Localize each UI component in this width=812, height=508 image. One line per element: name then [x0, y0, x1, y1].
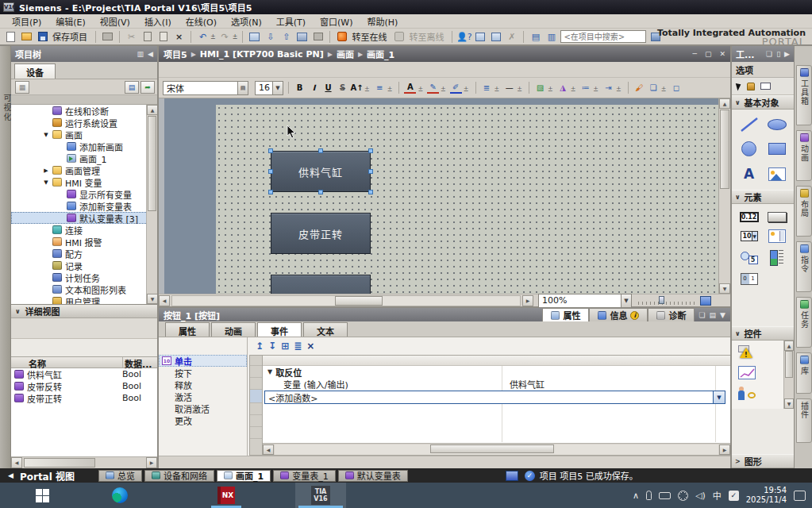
save-project-icon[interactable] [36, 30, 49, 43]
expand-icon[interactable]: ▼ [43, 132, 49, 138]
hmi-button-supply-cylinder[interactable]: 供料气缸 [271, 151, 371, 192]
scroll-thumb[interactable] [720, 110, 729, 189]
rotate-icon[interactable]: ◮ [557, 83, 569, 94]
scroll-thumb[interactable] [148, 116, 156, 211]
section-elements[interactable]: ∨ 元素 [732, 190, 794, 204]
chevron-down-icon[interactable]: ▼ [272, 82, 283, 94]
editor-button-default-tag-table[interactable]: 默认变量表 [338, 470, 408, 482]
selection-handle[interactable] [268, 190, 273, 194]
tree-item-screens[interactable]: ▼画面 [11, 129, 157, 140]
split-window-icon[interactable] [489, 30, 502, 43]
param-value[interactable]: 供料气缸 [510, 378, 545, 391]
split-horizontal-icon[interactable]: ▤ [529, 30, 542, 43]
tag-row[interactable]: 皮带正转 Bool [11, 392, 157, 404]
user-view-tool-icon[interactable] [738, 387, 756, 400]
scroll-down-icon[interactable]: ▼ [719, 283, 730, 294]
font-size-select[interactable]: 16▼ [255, 81, 283, 95]
start-button[interactable] [24, 483, 60, 508]
chevron-down-icon[interactable]: ▼ [720, 311, 725, 319]
scroll-left-icon[interactable]: ◀ [263, 444, 274, 455]
tab-diagnostics[interactable]: 诊断 [648, 308, 695, 321]
go-online-icon[interactable] [335, 30, 348, 43]
scroll-down-icon[interactable]: ▼ [784, 398, 794, 409]
event-click[interactable]: 10单击 [159, 355, 247, 367]
tray-expand-icon[interactable]: ∧ [633, 491, 639, 501]
tree-item-scheduled-tasks[interactable]: 计划任务 [11, 271, 157, 283]
cut-icon[interactable]: ✂ [125, 30, 138, 43]
area-select-icon[interactable] [760, 83, 771, 90]
copy-icon[interactable] [140, 30, 154, 43]
tree-item-add-tag-table[interactable]: 添加新变量表 [11, 200, 157, 212]
volume-icon[interactable]: ◁) [695, 491, 706, 501]
menu-project[interactable]: 项目(P) [5, 13, 48, 29]
graphic-io-tool-icon[interactable] [768, 229, 786, 243]
format-painter-icon[interactable]: 🖌 [633, 83, 645, 94]
line-tool-icon[interactable] [741, 117, 758, 132]
menu-online[interactable]: 在线(O) [179, 13, 224, 29]
trend-view-tool-icon[interactable] [738, 366, 756, 379]
delete-icon[interactable]: × [172, 30, 186, 43]
delete-function-icon[interactable]: × [306, 341, 314, 352]
scroll-thumb[interactable] [785, 351, 793, 378]
scroll-up-icon[interactable]: ▲ [784, 341, 794, 351]
tab-devices[interactable]: 设备 [14, 64, 56, 79]
scroll-right-icon[interactable]: ▶ [719, 444, 730, 455]
filter-icon[interactable]: ▦ [15, 81, 29, 94]
tree-item-text-graphic-lists[interactable]: 文本和图形列表 [11, 283, 157, 295]
menu-help[interactable]: 帮助(H) [360, 13, 406, 29]
sidetab-toolbox[interactable]: 工具箱 [796, 65, 812, 125]
editor-canvas[interactable]: 供料气缸 皮带正转 [159, 98, 718, 294]
open-project-icon[interactable] [20, 30, 33, 43]
editor-button-devices-networks[interactable]: 设备和网络 [144, 470, 214, 482]
tree-item-show-all-tags[interactable]: 显示所有变量 [11, 188, 157, 200]
tree-item-screen-1[interactable]: 画面_1 [11, 152, 157, 164]
defender-shield-icon[interactable]: ✓ [729, 491, 739, 501]
ellipse-tool-icon[interactable] [768, 119, 787, 130]
tree-item-connections[interactable]: 连接 [11, 224, 157, 236]
italic-icon[interactable]: I [308, 83, 320, 94]
add-folder-icon[interactable]: ➦ [140, 81, 155, 94]
maximize-editor-icon[interactable]: ▢ [705, 50, 712, 58]
scroll-right-icon[interactable]: ▶ [522, 295, 533, 306]
menu-view[interactable]: 视图(V) [93, 13, 137, 29]
add-function-combo[interactable]: <添加函数>▼ [264, 391, 725, 404]
print-icon[interactable] [101, 30, 114, 43]
breadcrumb-project[interactable]: 项目5 [164, 48, 187, 60]
sidetab-libraries[interactable]: 库 [796, 352, 812, 394]
align-icon[interactable]: ≡ [374, 83, 386, 94]
list-icon[interactable]: ≣ [294, 341, 302, 352]
scroll-up-icon[interactable]: ▲ [147, 105, 157, 115]
tree-item-user-administration[interactable]: 用户管理 [11, 295, 157, 304]
fit-to-screen-icon[interactable] [700, 296, 711, 306]
tree-scrollbar[interactable]: ▲ ▼ [146, 105, 157, 304]
tree-item-screen-management[interactable]: ▶画面管理 [11, 164, 157, 176]
section-controls[interactable]: ∨ 控件 [732, 326, 794, 341]
sidetab-addins[interactable]: 插件 [796, 398, 812, 443]
canvas-vscrollbar[interactable]: ▲ ▼ [718, 98, 730, 294]
details-view-icon[interactable]: ▤ [125, 81, 139, 94]
rt-simulation-icon[interactable] [311, 30, 325, 43]
bold-icon[interactable]: B [294, 83, 306, 94]
hmi-screen[interactable]: 供料气缸 皮带正转 [216, 105, 718, 294]
project-search-input[interactable] [560, 30, 646, 43]
io-field-tool-icon[interactable]: 0.12 [740, 212, 759, 222]
editor-button-overview[interactable]: 总览 [98, 470, 142, 482]
selection-handle[interactable] [368, 148, 373, 153]
zoom-select[interactable]: 100%▼ [538, 294, 632, 308]
go-online-label[interactable]: 转至在线 [352, 30, 387, 43]
stamp-icon[interactable] [747, 83, 755, 90]
go-offline-label[interactable]: 转至离线 [409, 30, 444, 43]
column-name[interactable]: 名称 [11, 357, 122, 368]
tree-item-runtime-settings[interactable]: 运行系统设置 [11, 117, 157, 129]
expand-panel-icon[interactable]: ▶ [784, 50, 790, 58]
scroll-thumb[interactable] [24, 458, 95, 468]
upload-from-device-icon[interactable]: ⇧ [279, 30, 293, 43]
go-offline-icon[interactable] [392, 30, 406, 43]
tree-item-default-tag-table[interactable]: 默认变量表 [3] [11, 212, 157, 224]
collapse-panel-icon[interactable]: ▤ [710, 311, 717, 319]
expand-all-icon[interactable]: ⊞ [281, 341, 289, 352]
selection-handle[interactable] [318, 190, 323, 194]
chevron-down-icon[interactable]: ∨ [15, 308, 21, 315]
rectangle-tool-icon[interactable] [768, 143, 786, 155]
scroll-right-icon[interactable]: ▶ [146, 457, 157, 468]
